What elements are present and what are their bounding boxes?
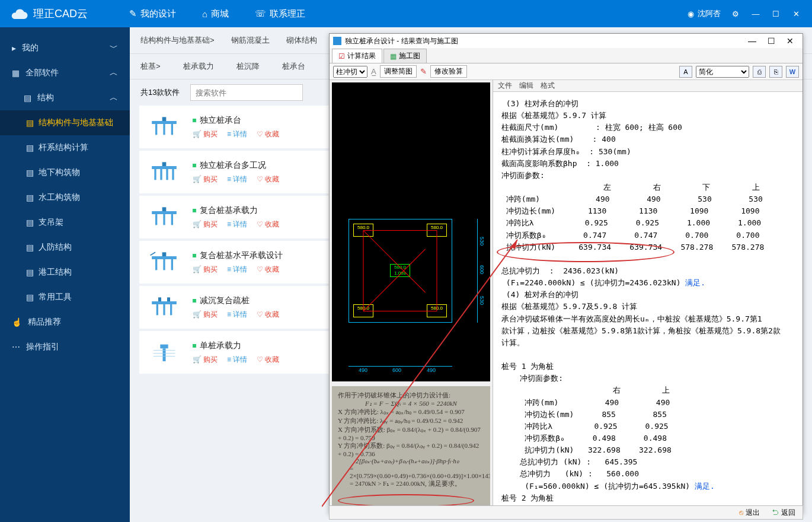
sidebar-item-support[interactable]: ▤支吊架 — [0, 210, 130, 235]
svg-rect-3 — [171, 124, 173, 135]
buy-button[interactable]: 🛒购买 — [193, 174, 218, 184]
settings-icon[interactable]: ⚙ — [730, 8, 741, 19]
buy-button[interactable]: 🛒购买 — [193, 355, 218, 365]
calc-line: Y 方向冲跨比: λ₀ᵧ = a₀ᵧ/h₀ = 0.49/0.52 = 0.94… — [338, 416, 484, 425]
tab-result[interactable]: ☑计算结果 — [332, 49, 382, 63]
filter-cap[interactable]: 桩承台 — [282, 61, 305, 72]
fav-button[interactable]: ♡收藏 — [257, 219, 279, 230]
shear-line — [363, 230, 437, 231]
svg-rect-16 — [152, 256, 177, 259]
crumb-2[interactable]: 钢筋混凝土 — [231, 35, 270, 46]
crumb-1[interactable]: 结构构件与地基基础> — [140, 35, 215, 46]
minimize-icon[interactable]: ― — [750, 8, 761, 19]
brand-logo: 理正CAD云 — [11, 7, 88, 21]
detail-button[interactable]: ≡详情 — [227, 310, 247, 320]
search-input[interactable] — [190, 84, 303, 101]
detail-button[interactable]: ≡详情 — [227, 219, 247, 230]
cad-canvas[interactable]: 580.0 580.0 580.0 580.0 580.0 1.088 490 … — [332, 82, 490, 381]
subwin-minimize[interactable]: ― — [743, 35, 761, 47]
menu-format[interactable]: 格式 — [541, 81, 555, 91]
pile-icon — [149, 296, 179, 319]
filter-pile[interactable]: 桩基> — [140, 61, 161, 72]
app-icon — [333, 37, 341, 45]
subwin-close[interactable]: ✕ — [781, 35, 799, 47]
fav-button[interactable]: ♡收藏 — [257, 355, 279, 365]
close-icon[interactable]: ✕ — [791, 8, 801, 19]
menu-file[interactable]: 文件 — [498, 81, 512, 91]
dim-line — [349, 366, 452, 367]
cart-icon: 🛒 — [193, 220, 202, 228]
detail-button[interactable]: ≡详情 — [227, 174, 247, 184]
exit-icon: ⎋ — [739, 508, 743, 517]
dim-490: 490 — [427, 367, 436, 373]
sidebar-recommend[interactable]: ☝精品推荐 — [0, 310, 130, 335]
sidebar-structure[interactable]: ▤结构︿ — [0, 85, 130, 110]
filter-settle[interactable]: 桩沉降 — [236, 61, 260, 72]
sidebar-all-software[interactable]: ▦全部软件︿ — [0, 61, 130, 85]
report-text[interactable]: (3) 柱对承台的冲切 根据《桩基规范》5.9.7 计算 柱截面尺寸(mm) :… — [493, 92, 803, 513]
subwin-tabs: ☑计算结果 ▦施工图 — [330, 48, 803, 63]
svg-rect-5 — [152, 166, 177, 169]
brand-text: 理正CAD云 — [33, 7, 88, 21]
exit-button[interactable]: ⎋退出 — [739, 508, 760, 518]
pile-icon — [149, 341, 179, 364]
shear-line — [363, 231, 364, 311]
status-dot — [193, 344, 196, 348]
nav-my-design[interactable]: ✎我的设计 — [129, 8, 176, 20]
svg-rect-17 — [155, 259, 157, 270]
sidebar-item-frame[interactable]: ▤杆系结构计算 — [0, 135, 130, 160]
fav-button[interactable]: ♡收藏 — [257, 310, 279, 320]
tab-drawing[interactable]: ▦施工图 — [383, 49, 427, 63]
user-menu[interactable]: ◉沈阿杏 — [688, 8, 721, 19]
heart-icon: ♡ — [257, 175, 263, 183]
menu-edit[interactable]: 编辑 — [519, 81, 533, 91]
fav-button[interactable]: ♡收藏 — [257, 265, 279, 275]
buy-button[interactable]: 🛒购买 — [193, 129, 218, 139]
buy-button[interactable]: 🛒购买 — [193, 310, 218, 320]
maximize-icon[interactable]: ☐ — [771, 8, 781, 19]
report-panel: 文件 编辑 格式 (3) 柱对承台的冲切 根据《桩基规范》5.9.7 计算 柱截… — [493, 80, 803, 513]
edit-icon[interactable]: ✎ — [420, 67, 427, 76]
adjust-button[interactable]: 调整简图 — [380, 65, 417, 78]
buy-button[interactable]: 🛒购买 — [193, 265, 218, 275]
select-mode[interactable]: 柱冲切 — [333, 66, 367, 78]
sidebar-mine[interactable]: ▸我的﹀ — [0, 36, 130, 61]
sidebar-item-defense[interactable]: ▤人防结构 — [0, 235, 130, 260]
svg-rect-11 — [152, 211, 177, 214]
select-simplify[interactable]: 简化 — [696, 66, 749, 78]
sidebar-guide[interactable]: ⋯操作指引 — [0, 335, 130, 359]
back-button[interactable]: ⮌返回 — [772, 508, 795, 518]
nav-contact[interactable]: ☏联系理正 — [255, 8, 305, 20]
export1-icon[interactable]: ⎙ — [753, 66, 766, 78]
calc-line: = 2470kN > F₁ = 2240.00kN, 满足要求。 — [338, 479, 484, 488]
svg-rect-10 — [162, 162, 167, 166]
modify-button[interactable]: 修改验算 — [430, 65, 467, 78]
crumb-3[interactable]: 砌体结构 — [286, 35, 317, 46]
detail-button[interactable]: ≡详情 — [227, 265, 247, 275]
svg-rect-25 — [158, 297, 161, 301]
filter-bearing[interactable]: 桩承载力 — [183, 61, 214, 72]
svg-rect-18 — [163, 259, 165, 270]
lang-icon[interactable]: A — [679, 66, 692, 78]
detail-button[interactable]: ≡详情 — [227, 355, 247, 365]
nav-store[interactable]: ⌂商城 — [202, 8, 229, 20]
subwin-maximize[interactable]: ☐ — [762, 35, 780, 47]
sidebar-item-underground[interactable]: ▤地下构筑物 — [0, 160, 130, 185]
fav-button[interactable]: ♡收藏 — [257, 129, 279, 139]
sidebar-item-port[interactable]: ▤港工结构 — [0, 260, 130, 285]
fav-button[interactable]: ♡收藏 — [257, 174, 279, 184]
font-icon[interactable]: A̲ — [371, 67, 376, 76]
word-icon[interactable]: W — [786, 66, 799, 78]
sidebar-item-tools[interactable]: ▤常用工具 — [0, 285, 130, 310]
sidebar-item-foundation[interactable]: ▤结构构件与地基基础 — [0, 110, 130, 135]
buy-button[interactable]: 🛒购买 — [193, 219, 218, 230]
svg-rect-0 — [152, 121, 177, 124]
app-title: 复合桩基水平承载设计 — [200, 250, 283, 261]
doc-icon: ▤ — [26, 292, 34, 302]
svg-rect-19 — [171, 259, 173, 270]
detail-button[interactable]: ≡详情 — [227, 129, 247, 139]
chevron-down-icon: ﹀ — [110, 43, 118, 53]
export2-icon[interactable]: ⎘ — [769, 66, 782, 78]
chat-icon: ⋯ — [12, 342, 20, 352]
sidebar-item-hydraulic[interactable]: ▤水工构筑物 — [0, 185, 130, 210]
